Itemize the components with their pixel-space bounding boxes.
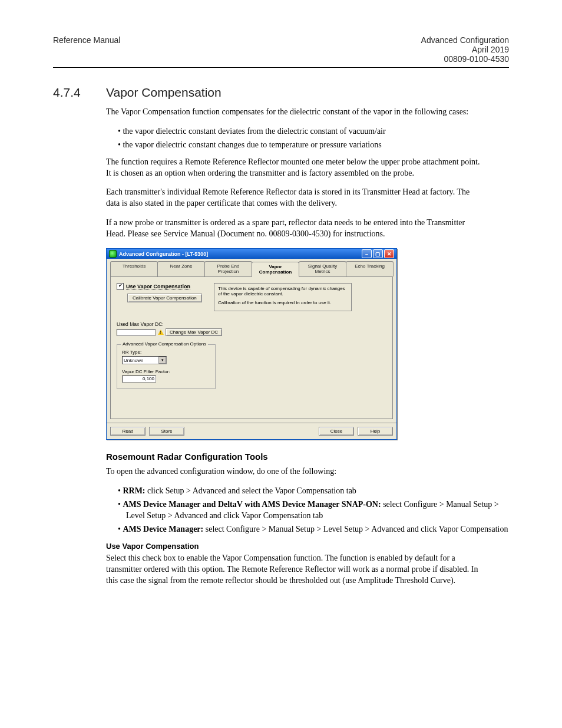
tab-panel: Use Vapor Compensation Calibrate Vapor C… xyxy=(110,276,393,419)
tab-echo-tracking[interactable]: Echo Tracking xyxy=(346,261,394,276)
group-title: Advanced Vapor Compensation Options xyxy=(121,341,208,347)
use-vapor-subheading: Use Vapor Compensation xyxy=(106,542,509,551)
para2: Each transmitter's individual Remote Ref… xyxy=(106,187,483,209)
use-vapor-paragraph: Select this check box to enable the Vapo… xyxy=(106,553,483,587)
header-right: Advanced Configuration April 2019 00809-… xyxy=(421,35,509,64)
list-item-text: select Configure > Manual Setup > Level … xyxy=(206,525,508,533)
header-left: Reference Manual xyxy=(53,35,120,64)
used-max-vapor-dc-field[interactable] xyxy=(117,329,156,336)
list-item: • the vapor dielectric constant changes … xyxy=(118,140,509,151)
info-panel: This device is capable of compensating f… xyxy=(214,283,352,311)
list-item-text: the vapor dielectric constant deviates f… xyxy=(123,127,385,136)
rct-subheading: Rosemount Radar Configuration Tools xyxy=(106,452,509,462)
info-line-1: This device is capable of compensating f… xyxy=(218,286,348,297)
used-max-label: Used Max Vapor DC: xyxy=(117,321,386,327)
list-item: • AMS Device Manager and DeltaV with AMS… xyxy=(118,499,509,522)
minimize-button[interactable]: – xyxy=(362,249,372,258)
filter-factor-field[interactable]: 0,100 xyxy=(122,375,156,383)
tab-signal-quality-metrics[interactable]: Signal Quality Metrics xyxy=(299,261,346,276)
section-title: Vapor Compensation xyxy=(106,85,222,100)
tab-strip: Thresholds Near Zone Probe End Projectio… xyxy=(107,259,396,276)
warning-icon xyxy=(158,330,164,335)
list-item: • AMS Device Manager: select Configure >… xyxy=(118,524,509,535)
header-right-date: April 2019 xyxy=(421,45,509,54)
header-right-docno: 00809-0100-4530 xyxy=(421,54,509,64)
dialog-bottom-bar: Read Store Close Help xyxy=(107,423,396,439)
filter-factor-label: Vapor DC Filter Factor: xyxy=(122,369,210,374)
list-item-label: AMS Device Manager and DeltaV with AMS D… xyxy=(123,500,383,509)
procedure-list: • RRM: click Setup > Advanced and select… xyxy=(118,486,509,535)
section-number: 4.7.4 xyxy=(53,85,106,100)
screenshot-figure: Advanced Configuration - [LT-5300] – ▢ ✕… xyxy=(106,248,509,440)
store-button[interactable]: Store xyxy=(149,427,184,436)
used-max-row: Change Max Vapor DC xyxy=(117,328,386,336)
rr-type-label: RR Type: xyxy=(122,350,210,355)
list-item-label: RRM: xyxy=(123,486,147,495)
app-icon xyxy=(109,250,117,258)
list-item: • the vapor dielectric constant deviates… xyxy=(118,126,509,137)
close-window-button[interactable]: ✕ xyxy=(384,249,394,258)
section-heading: 4.7.4 Vapor Compensation xyxy=(53,85,509,100)
tab-vapor-compensation[interactable]: Vapor Compensation xyxy=(252,262,299,277)
rr-type-value: Unknown xyxy=(124,358,143,363)
tab-near-zone[interactable]: Near Zone xyxy=(157,261,205,276)
window-title: Advanced Configuration - [LT-5300] xyxy=(119,251,208,257)
chevron-down-icon[interactable]: ▾ xyxy=(158,357,166,364)
page-header: Reference Manual Advanced Configuration … xyxy=(53,35,509,68)
procedure-lead: To open the advanced configuration windo… xyxy=(106,466,483,477)
intro-paragraph: The Vapor Compensation function compensa… xyxy=(106,107,483,118)
bullet-list: • the vapor dielectric constant deviates… xyxy=(118,126,509,151)
advanced-options-group: Advanced Vapor Compensation Options RR T… xyxy=(117,344,216,389)
maximize-button[interactable]: ▢ xyxy=(373,249,383,258)
use-vapor-checkbox[interactable] xyxy=(117,283,124,290)
para3: If a new probe or transmitter is ordered… xyxy=(106,218,483,240)
tab-probe-end-projection[interactable]: Probe End Projection xyxy=(204,261,252,276)
list-item: • RRM: click Setup > Advanced and select… xyxy=(118,486,509,497)
tab-thresholds[interactable]: Thresholds xyxy=(110,261,158,276)
header-right-title: Advanced Configuration xyxy=(421,35,509,45)
close-button[interactable]: Close xyxy=(319,427,354,436)
info-line-2: Calibration of the function is required … xyxy=(218,300,348,305)
use-vapor-label[interactable]: Use Vapor Compensation xyxy=(126,284,190,290)
title-bar[interactable]: Advanced Configuration - [LT-5300] – ▢ ✕ xyxy=(107,249,396,259)
read-button[interactable]: Read xyxy=(110,427,146,436)
list-item-label: AMS Device Manager: xyxy=(123,525,205,533)
dialog-window: Advanced Configuration - [LT-5300] – ▢ ✕… xyxy=(106,248,397,440)
change-max-vapor-dc-button[interactable]: Change Max Vapor DC xyxy=(166,328,222,336)
para1: The function requires a Remote Reference… xyxy=(106,157,483,179)
calibrate-button[interactable]: Calibrate Vapor Compensation xyxy=(127,294,202,302)
help-button[interactable]: Help xyxy=(358,427,393,436)
list-item-text: the vapor dielectric constant changes du… xyxy=(123,140,381,149)
rr-type-select[interactable]: Unknown ▾ xyxy=(122,356,167,364)
list-item-text: click Setup > Advanced and select the Va… xyxy=(147,486,356,495)
